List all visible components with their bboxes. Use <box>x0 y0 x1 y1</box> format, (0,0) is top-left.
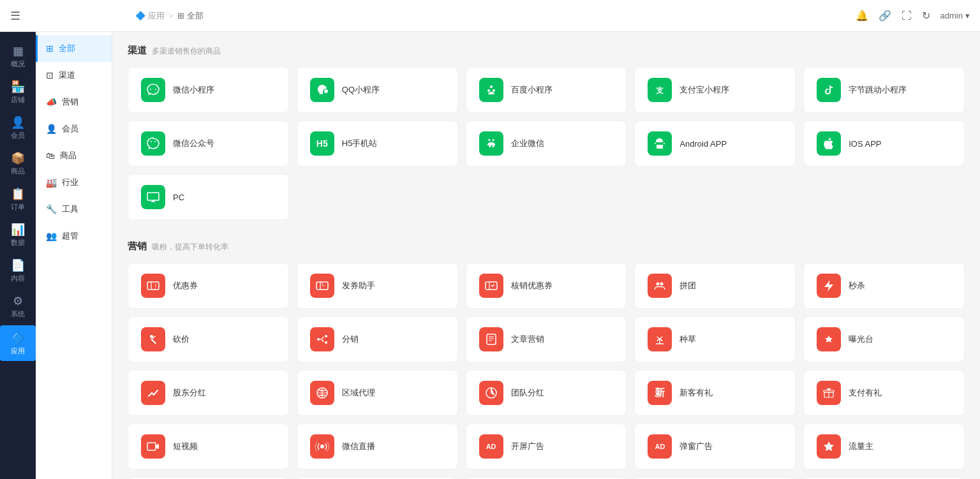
coupon-name: 优惠券 <box>173 280 198 291</box>
app-card-region-agent[interactable]: 区域代理 <box>297 370 458 416</box>
store-icon: 🏪 <box>11 80 25 94</box>
app-card-wechat-oa[interactable]: 微信公众号 <box>128 121 289 166</box>
app-card-verify-coupon[interactable]: 核销优惠券 <box>466 263 627 309</box>
app-icon-small: 🔷 <box>135 11 145 20</box>
main-content: 渠道 多渠道销售你的商品 微信小程序 QQ小程序 <box>112 32 980 479</box>
alipay-mini-icon: 支 <box>648 78 672 102</box>
wechat-mini-icon <box>141 78 165 102</box>
sub-sidebar-item-all[interactable]: ⊞ 全部 <box>36 35 112 62</box>
group-icon <box>648 274 672 298</box>
bell-icon[interactable]: 🔔 <box>856 10 868 22</box>
app-card-wechat-mini[interactable]: 微信小程序 <box>128 67 289 113</box>
sidebar: 大鹏 ▦ 概况 🏪 店铺 👤 会员 📦 商品 📋 订单 📊 数据 � <box>0 0 36 479</box>
group-name: 拼团 <box>679 280 696 291</box>
data-icon: 📊 <box>11 223 25 237</box>
sidebar-item-system[interactable]: ⚙ 系统 <box>0 288 36 324</box>
sub-sidebar-item-channel[interactable]: ⊡ 渠道 <box>36 62 112 89</box>
app-card-grow[interactable]: 种草 <box>634 316 796 362</box>
popup-ad-name: 弹窗广告 <box>679 441 713 452</box>
industry-nav-icon: 🏭 <box>46 177 57 188</box>
enterprise-wechat-icon <box>479 131 503 156</box>
sub-sidebar-item-product[interactable]: 🛍 商品 <box>36 142 112 169</box>
app-card-qq-mini[interactable]: QQ小程序 <box>297 67 458 113</box>
app-card-shareholder[interactable]: 股东分红 <box>128 370 289 416</box>
sub-sidebar-item-superadmin[interactable]: 👥 超管 <box>36 223 112 249</box>
h5-icon: H5 <box>310 131 334 156</box>
app-card-team-dividend[interactable]: 团队分红 <box>466 370 627 416</box>
svg-point-12 <box>325 335 327 337</box>
channel-section-title: 渠道 <box>128 45 147 57</box>
app-card-wechat-live[interactable]: 微信直播 <box>297 424 458 469</box>
member-icon: 👤 <box>11 115 25 129</box>
sub-sidebar-item-member[interactable]: 👤 会员 <box>36 115 112 142</box>
app-card-open-ad[interactable]: AD 开屏广告 <box>466 424 627 469</box>
marketing-section: 营销 吸粉，提高下单转化率 优惠券 发券助手 <box>128 240 965 479</box>
app-card-bargain[interactable]: 砍价 <box>128 316 289 362</box>
wechat-mini-name: 微信小程序 <box>173 84 214 96</box>
svg-rect-14 <box>487 334 496 344</box>
app-card-article-marketing[interactable]: 文章营销 <box>466 316 627 362</box>
coupon-helper-icon <box>310 274 334 298</box>
distribution-icon <box>310 327 334 351</box>
app-card-pay-gift[interactable]: 支付有礼 <box>803 370 965 416</box>
app-icon: 🔷 <box>11 331 25 345</box>
qq-mini-name: QQ小程序 <box>342 84 380 96</box>
app-card-enterprise-wechat[interactable]: 企业微信 <box>466 121 627 166</box>
product-icon: 📦 <box>11 151 25 165</box>
app-card-short-video[interactable]: 短视频 <box>128 424 289 469</box>
channel-section-header: 渠道 多渠道销售你的商品 <box>128 45 965 57</box>
pc-icon <box>141 185 165 209</box>
exposure-name: 曝光台 <box>849 334 873 345</box>
channel-section: 渠道 多渠道销售你的商品 微信小程序 QQ小程序 <box>128 45 965 220</box>
app-card-pc[interactable]: PC <box>128 174 289 220</box>
sidebar-item-member[interactable]: 👤 会员 <box>0 110 36 145</box>
app-card-flash-sale[interactable]: 秒杀 <box>803 263 965 309</box>
app-card-bytedance-mini[interactable]: 字节跳动小程序 <box>803 67 965 113</box>
breadcrumb: 🔷 应用 > ⊞ 全部 <box>135 10 204 22</box>
app-card-coupon[interactable]: 优惠券 <box>128 263 289 309</box>
sidebar-item-overview[interactable]: ▦ 概况 <box>0 38 36 74</box>
pay-gift-name: 支付有礼 <box>849 387 882 399</box>
h5-name: H5手机站 <box>342 138 378 149</box>
menu-icon[interactable]: ☰ <box>10 9 20 23</box>
new-customer-name: 新客有礼 <box>679 387 713 399</box>
exposure-icon <box>817 327 841 351</box>
sidebar-item-content[interactable]: 📄 内容 <box>0 253 36 288</box>
sidebar-item-data[interactable]: 📊 数据 <box>0 217 36 253</box>
app-card-traffic-owner[interactable]: 流量主 <box>803 424 965 469</box>
app-card-ios-app[interactable]: IOS APP <box>803 121 965 166</box>
sidebar-item-app[interactable]: 🔷 应用 <box>0 325 36 361</box>
admin-dropdown[interactable]: admin ▾ <box>940 11 970 20</box>
content-icon: 📄 <box>11 258 25 272</box>
svg-point-9 <box>657 283 660 286</box>
sidebar-item-order[interactable]: 📋 订单 <box>0 181 36 217</box>
app-card-h5[interactable]: H5 H5手机站 <box>297 121 458 166</box>
marketing-section-title: 营销 <box>128 240 147 253</box>
app-card-android-app[interactable]: Android APP <box>634 121 796 166</box>
app-card-coupon-helper[interactable]: 发券助手 <box>297 263 458 309</box>
all-nav-icon: ⊞ <box>46 43 54 54</box>
app-card-new-customer[interactable]: 新 新客有礼 <box>634 370 796 416</box>
sidebar-item-product[interactable]: 📦 商品 <box>0 145 36 181</box>
short-video-icon <box>141 434 165 459</box>
app-card-group[interactable]: 拼团 <box>634 263 796 309</box>
sub-sidebar-item-marketing[interactable]: 📣 营销 <box>36 89 112 115</box>
svg-point-7 <box>322 283 323 284</box>
sub-sidebar-item-industry[interactable]: 🏭 行业 <box>36 169 112 196</box>
app-card-baidu-mini[interactable]: 百度小程序 <box>466 67 627 113</box>
sidebar-item-store[interactable]: 🏪 店铺 <box>0 74 36 110</box>
channel-section-desc: 多渠道销售你的商品 <box>152 46 221 57</box>
app-card-alipay-mini[interactable]: 支 支付宝小程序 <box>634 67 796 113</box>
region-agent-name: 区域代理 <box>342 387 375 399</box>
app-card-exposure[interactable]: 曝光台 <box>803 316 965 362</box>
svg-point-13 <box>325 341 327 344</box>
app-card-distribution[interactable]: 分销 <box>297 316 458 362</box>
app-card-popup-ad[interactable]: AD 弹窗广告 <box>634 424 796 469</box>
refresh-icon[interactable]: ↻ <box>922 10 930 22</box>
grow-icon <box>648 327 672 351</box>
sub-sidebar-item-tool[interactable]: 🔧 工具 <box>36 196 112 223</box>
channel-card-grid: 微信小程序 QQ小程序 百度小程序 <box>128 67 965 220</box>
fullscreen-icon[interactable]: ⛶ <box>902 10 912 22</box>
link-icon[interactable]: 🔗 <box>879 10 891 22</box>
coupon-icon <box>141 274 165 298</box>
